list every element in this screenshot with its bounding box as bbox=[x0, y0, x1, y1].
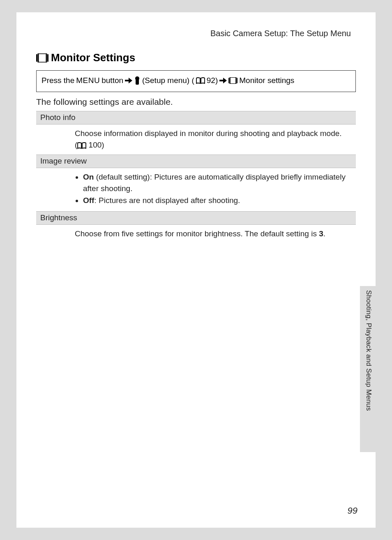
row-body-photo-info: Choose information displayed in monitor … bbox=[36, 125, 356, 155]
row-header-image-review: Image review bbox=[36, 155, 356, 168]
navigation-path-box: Press the MENU button (Setup menu) ( 92) bbox=[36, 70, 356, 92]
row-body-image-review: On (default setting): Pictures are autom… bbox=[36, 168, 356, 211]
monitor-icon bbox=[228, 77, 238, 84]
svg-rect-4 bbox=[237, 78, 238, 83]
book-icon bbox=[196, 77, 205, 84]
list-item: On (default setting): Pictures are autom… bbox=[83, 171, 352, 194]
svg-rect-3 bbox=[228, 78, 229, 83]
list-item: Off: Pictures are not displayed after sh… bbox=[83, 195, 352, 206]
photo-info-ref: ( 100) bbox=[75, 139, 352, 151]
section-heading: Monitor Settings bbox=[36, 51, 135, 64]
nav-text-press: Press the bbox=[42, 75, 74, 87]
page-container: Basic Camera Setup: The Setup Menu Monit… bbox=[16, 12, 376, 528]
brightness-suffix: . bbox=[323, 229, 325, 238]
nav-text-setup: (Setup menu) ( bbox=[142, 75, 194, 87]
on-label: On bbox=[83, 173, 94, 181]
nav-text-button: button bbox=[101, 75, 123, 87]
row-header-photo-info: Photo info bbox=[36, 111, 356, 125]
book-icon bbox=[77, 142, 86, 149]
row-body-brightness: Choose from five settings for monitor br… bbox=[36, 225, 356, 244]
page-number: 99 bbox=[348, 505, 357, 516]
nav-text-monitor-settings: Monitor settings bbox=[239, 75, 294, 87]
nav-page-ref-1: 92) bbox=[207, 75, 218, 87]
settings-table: Photo info Choose information displayed … bbox=[36, 111, 356, 243]
arrow-right-icon bbox=[219, 78, 227, 83]
on-text: (default setting): Pictures are automati… bbox=[83, 173, 346, 193]
off-text: : Pictures are not displayed after shoot… bbox=[94, 196, 240, 205]
svg-rect-1 bbox=[47, 54, 48, 62]
svg-rect-5 bbox=[230, 77, 236, 84]
brightness-prefix: Choose from five settings for monitor br… bbox=[75, 229, 319, 238]
svg-rect-2 bbox=[38, 53, 46, 62]
row-header-brightness: Brightness bbox=[36, 211, 356, 225]
photo-info-desc: Choose information displayed in monitor … bbox=[75, 128, 352, 139]
brightness-default: 3 bbox=[319, 229, 323, 238]
side-section-label: Shooting, Playback and Setup Menus bbox=[364, 290, 373, 411]
arrow-right-icon bbox=[125, 78, 132, 83]
breadcrumb: Basic Camera Setup: The Setup Menu bbox=[210, 29, 351, 38]
off-label: Off bbox=[83, 196, 94, 205]
svg-rect-0 bbox=[36, 54, 37, 62]
wrench-icon bbox=[134, 76, 141, 85]
ref-page: 100) bbox=[89, 141, 104, 149]
monitor-icon bbox=[36, 53, 48, 62]
intro-text: The following settings are available. bbox=[36, 97, 173, 107]
menu-button-label: MENU bbox=[76, 75, 100, 87]
section-heading-text: Monitor Settings bbox=[51, 51, 135, 64]
